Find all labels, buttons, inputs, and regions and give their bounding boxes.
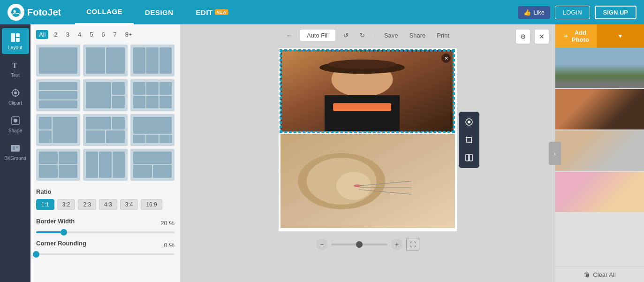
layout-panel: All 2 3 4 5 6 7 8+ bbox=[30, 24, 181, 282]
bkground-icon bbox=[10, 143, 21, 154]
share-button[interactable]: Share bbox=[406, 30, 430, 41]
ratio-1-1[interactable]: 1:1 bbox=[36, 199, 54, 210]
sidebar-item-clipart[interactable]: Clipart bbox=[2, 84, 29, 109]
photo-thumbnail-1[interactable] bbox=[555, 48, 644, 89]
filter-6[interactable]: 6 bbox=[98, 30, 107, 39]
corner-rounding-section: Corner Rounding 0 % bbox=[36, 240, 174, 255]
layout-thumb-12[interactable] bbox=[130, 149, 174, 181]
like-button[interactable]: 👍 Like bbox=[518, 6, 550, 19]
svg-rect-2 bbox=[11, 33, 15, 42]
signup-button[interactable]: SIGN UP bbox=[595, 6, 636, 19]
gear-icon: ⚙ bbox=[520, 33, 526, 40]
crop-tool[interactable] bbox=[461, 131, 477, 148]
trash-icon: 🗑 bbox=[583, 271, 590, 278]
ratio-4-3[interactable]: 4:3 bbox=[99, 199, 117, 210]
layout-thumb-4[interactable] bbox=[36, 79, 80, 111]
svg-point-22 bbox=[328, 60, 396, 69]
svg-point-0 bbox=[11, 8, 21, 17]
corner-rounding-track[interactable] bbox=[36, 253, 174, 255]
border-width-fill bbox=[36, 231, 64, 233]
ratio-label: Ratio bbox=[36, 188, 174, 195]
corner-rounding-thumb[interactable] bbox=[33, 251, 39, 258]
layout-thumb-7[interactable] bbox=[36, 114, 80, 146]
back-button[interactable]: ← bbox=[282, 30, 296, 41]
svg-rect-15 bbox=[13, 146, 15, 150]
redo-icon: ↻ bbox=[360, 32, 365, 39]
adjust-tool[interactable] bbox=[461, 114, 477, 130]
zoom-bar: − + ⛶ bbox=[316, 238, 419, 251]
border-width-track[interactable] bbox=[36, 231, 174, 233]
layout-icon bbox=[10, 32, 21, 43]
logo-text: FotoJet bbox=[27, 7, 61, 18]
svg-point-34 bbox=[354, 184, 361, 187]
layout-thumb-10[interactable] bbox=[36, 149, 80, 181]
filter-7[interactable]: 7 bbox=[111, 30, 120, 39]
canvas-area: ← Auto Fill ↺ ↻ Save Share Print bbox=[181, 24, 555, 282]
right-panel: ＋ Add Photo ▼ › 🗑 Clear All bbox=[555, 24, 644, 282]
auto-fill-button[interactable]: Auto Fill bbox=[300, 29, 336, 42]
save-button[interactable]: Save bbox=[380, 30, 402, 41]
filter-3[interactable]: 3 bbox=[63, 30, 72, 39]
layout-thumb-3[interactable] bbox=[130, 45, 174, 76]
filter-all[interactable]: All bbox=[36, 30, 48, 39]
ratio-16-9[interactable]: 16:9 bbox=[141, 199, 162, 210]
collage-canvas: ✕ bbox=[279, 48, 457, 231]
add-photo-button[interactable]: ＋ Add Photo bbox=[555, 24, 597, 48]
close-canvas-button[interactable]: ✕ bbox=[534, 29, 549, 44]
sidebar-item-layout[interactable]: Layout bbox=[2, 28, 29, 54]
layout-thumb-5[interactable] bbox=[83, 79, 127, 111]
add-photo-dropdown[interactable]: ▼ bbox=[597, 24, 644, 48]
photo-cell-woman[interactable]: ✕ bbox=[280, 50, 454, 132]
svg-point-13 bbox=[14, 119, 17, 122]
photo-thumbnail-4[interactable] bbox=[555, 172, 644, 213]
svg-rect-38 bbox=[466, 154, 469, 161]
sidebar-item-text[interactable]: T Text bbox=[2, 56, 29, 82]
tab-edit[interactable]: EDIT NEW bbox=[185, 0, 240, 24]
clear-all-button[interactable]: 🗑 Clear All bbox=[555, 267, 644, 282]
layout-thumb-6[interactable] bbox=[130, 79, 174, 111]
photo-thumbnail-2[interactable] bbox=[555, 89, 644, 130]
sidebar-item-bkground[interactable]: BKGround bbox=[2, 139, 29, 165]
tab-design[interactable]: DESIGN bbox=[134, 0, 185, 24]
border-width-thumb[interactable] bbox=[61, 229, 67, 236]
svg-rect-16 bbox=[16, 146, 18, 148]
shape-icon bbox=[10, 115, 21, 126]
photo-thumb-grid bbox=[555, 48, 644, 267]
ratio-2-3[interactable]: 2:3 bbox=[78, 199, 96, 210]
photo-cell-cat[interactable] bbox=[280, 134, 455, 228]
filter-8plus[interactable]: 8+ bbox=[122, 30, 135, 39]
svg-rect-14 bbox=[11, 145, 20, 152]
cell-close-woman[interactable]: ✕ bbox=[441, 53, 451, 63]
auto-fill-label: Auto Fill bbox=[307, 32, 329, 39]
print-button[interactable]: Print bbox=[433, 30, 453, 41]
logo[interactable]: FotoJet bbox=[8, 4, 61, 21]
filter-4[interactable]: 4 bbox=[75, 30, 84, 39]
login-button[interactable]: LOGIN bbox=[555, 6, 590, 19]
panel-arrow[interactable]: › bbox=[549, 142, 561, 165]
redo-button[interactable]: ↻ bbox=[356, 30, 369, 41]
ratio-3-4[interactable]: 3:4 bbox=[120, 199, 138, 210]
svg-point-30 bbox=[336, 172, 371, 200]
fullscreen-button[interactable]: ⛶ bbox=[406, 238, 419, 251]
photo-thumbnail-3[interactable] bbox=[555, 130, 644, 172]
settings-button[interactable]: ⚙ bbox=[515, 29, 530, 44]
zoom-out-button[interactable]: − bbox=[316, 239, 327, 250]
layout-thumb-8[interactable] bbox=[83, 114, 127, 146]
zoom-track[interactable] bbox=[331, 244, 387, 245]
layout-thumb-1[interactable] bbox=[36, 45, 80, 76]
svg-point-37 bbox=[468, 121, 470, 123]
layout-thumb-11[interactable] bbox=[83, 149, 127, 181]
zoom-thumb[interactable] bbox=[356, 241, 363, 248]
zoom-in-button[interactable]: + bbox=[391, 239, 402, 250]
filter-2[interactable]: 2 bbox=[51, 30, 60, 39]
filter-tabs: All 2 3 4 5 6 7 8+ bbox=[36, 30, 174, 39]
layout-thumb-2[interactable] bbox=[83, 45, 127, 76]
layout-thumb-9[interactable] bbox=[130, 114, 174, 146]
tab-collage[interactable]: COLLAGE bbox=[75, 0, 134, 24]
filter-5[interactable]: 5 bbox=[87, 30, 96, 39]
border-width-value: 20 % bbox=[160, 220, 174, 227]
split-tool[interactable] bbox=[461, 149, 477, 166]
sidebar-item-shape[interactable]: Shape bbox=[2, 111, 29, 137]
undo-button[interactable]: ↺ bbox=[340, 30, 352, 41]
ratio-3-2[interactable]: 3:2 bbox=[57, 199, 76, 210]
